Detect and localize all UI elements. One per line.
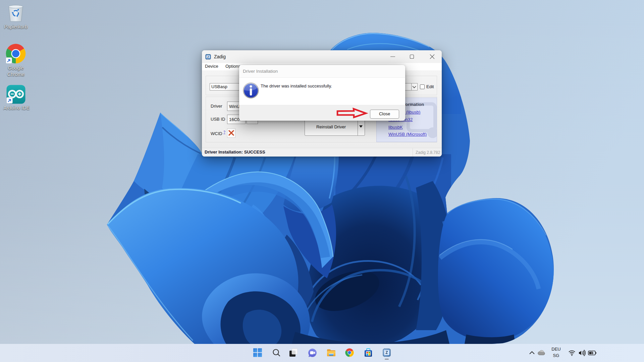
svg-text:Z: Z	[207, 55, 209, 59]
svg-text:Z: Z	[385, 350, 388, 355]
